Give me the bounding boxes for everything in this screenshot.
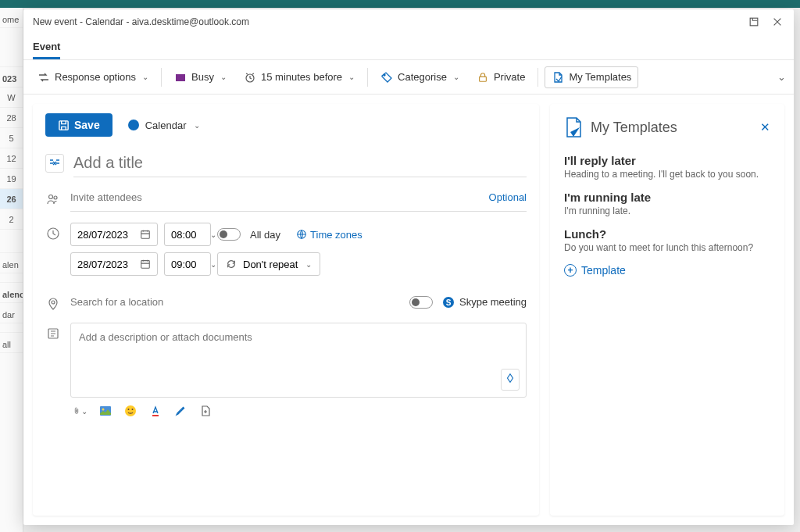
end-time-input[interactable]: ⌄ [164, 252, 211, 276]
reminder-button[interactable]: 15 minutes before ⌄ [238, 67, 361, 87]
picture-icon[interactable] [98, 404, 112, 418]
time-zones-link[interactable]: Time zones [296, 229, 362, 241]
svg-rect-11 [141, 261, 150, 269]
description-input[interactable] [79, 331, 518, 366]
svg-point-7 [54, 196, 57, 199]
globe-icon [296, 229, 307, 240]
start-date-value[interactable] [77, 229, 134, 241]
bg-d: 12 [0, 148, 23, 169]
emoji-icon[interactable] [123, 404, 138, 418]
templates-title: My Templates [591, 120, 752, 136]
end-date-input[interactable] [70, 252, 158, 276]
bg-text: all [0, 333, 23, 353]
tab-event[interactable]: Event [33, 34, 60, 59]
svg-rect-9 [141, 231, 150, 239]
calendar-color-dot [128, 120, 139, 130]
dialog-title-text: New event - Calendar - aiva.desktime@out… [33, 16, 747, 27]
insert-icon[interactable] [198, 404, 212, 418]
template-item[interactable]: Lunch? Do you want to meet for lunch thi… [564, 227, 770, 253]
template-item[interactable]: I'll reply later Heading to a meeting. I… [564, 154, 770, 180]
svg-rect-5 [59, 120, 68, 129]
categorise-label: Categorise [398, 71, 447, 83]
response-options-button[interactable]: Response options ⌄ [31, 67, 155, 87]
start-date-input[interactable] [70, 223, 158, 246]
template-item[interactable]: I'm running late I'm running late. [564, 191, 770, 216]
template-item-body: Heading to a meeting. I'll get back to y… [564, 169, 770, 180]
calendar-name: Calendar [145, 120, 187, 131]
end-time-value[interactable] [171, 259, 202, 270]
title-icon[interactable] [45, 154, 64, 173]
svg-point-19 [128, 409, 130, 410]
template-item-body: I'm running late. [564, 205, 770, 216]
template-item-title: I'm running late [564, 191, 770, 204]
response-options-label: Response options [55, 71, 136, 83]
highlight-icon[interactable] [173, 404, 188, 418]
location-input[interactable] [70, 293, 400, 311]
description-icon [45, 326, 61, 341]
attach-icon[interactable]: ⌄ [73, 404, 88, 418]
lock-icon [477, 71, 489, 84]
busy-status-button[interactable]: Busy ⌄ [168, 67, 233, 87]
svg-rect-1 [176, 74, 185, 81]
alarm-icon [244, 71, 256, 84]
background-sidebar: ome 023 W 28 5 12 19 26 2 alen alenc dar… [0, 8, 23, 532]
private-label: Private [494, 71, 525, 83]
bg-w: W [0, 87, 23, 108]
editor-actions: ⌄ [70, 398, 527, 418]
template-item-title: Lunch? [564, 227, 770, 241]
bg-text: alen [0, 253, 23, 273]
svg-point-20 [132, 409, 134, 410]
start-time-value[interactable] [171, 229, 202, 241]
calendar-icon [140, 259, 151, 270]
new-event-dialog: New event - Calendar - aiva.desktime@out… [23, 9, 794, 525]
svg-rect-4 [480, 77, 487, 81]
popout-icon[interactable] [747, 15, 761, 29]
save-button[interactable]: Save [45, 113, 112, 137]
private-button[interactable]: Private [470, 67, 531, 87]
all-day-toggle[interactable] [217, 228, 241, 241]
save-label: Save [74, 119, 100, 131]
end-date-value[interactable] [77, 259, 134, 270]
template-item-body: Do you want to meet for lunch this after… [564, 242, 770, 253]
templates-panel: My Templates ✕ I'll reply later Heading … [550, 104, 784, 516]
svg-point-6 [49, 195, 53, 199]
svg-point-17 [102, 409, 105, 411]
bg-year: 023 [0, 67, 23, 87]
chevron-down-icon: ⌄ [142, 73, 148, 81]
close-icon[interactable] [770, 15, 784, 29]
repeat-select[interactable]: Don't repeat ⌄ [217, 252, 320, 276]
title-input[interactable] [73, 152, 527, 177]
toolbar-overflow-icon[interactable]: ⌄ [777, 71, 786, 83]
busy-icon [174, 71, 187, 84]
add-template-button[interactable]: + Template [564, 264, 770, 277]
my-templates-button[interactable]: My Templates [545, 66, 638, 88]
bg-text: alenc [0, 283, 23, 303]
start-time-input[interactable]: ⌄ [164, 223, 211, 246]
svg-point-12 [52, 301, 55, 304]
plus-icon: + [564, 264, 577, 277]
bg-d: 2 [0, 209, 23, 230]
bg-d: 28 [0, 108, 23, 128]
my-templates-label: My Templates [569, 71, 631, 83]
bg-text: dar [0, 303, 23, 323]
toolbar: Response options ⌄ Busy ⌄ 15 minutes bef… [23, 60, 794, 95]
optional-link[interactable]: Optional [489, 191, 527, 203]
chevron-down-icon: ⌄ [348, 73, 355, 81]
description-box [70, 323, 527, 398]
categorise-button[interactable]: Categorise ⌄ [374, 67, 466, 87]
calendar-picker[interactable]: Calendar ⌄ [128, 120, 201, 131]
skype-toggle[interactable] [409, 296, 433, 309]
repeat-label: Don't repeat [243, 259, 298, 270]
svg-rect-0 [750, 18, 758, 26]
repeat-icon [226, 259, 237, 270]
templates-close-icon[interactable]: ✕ [760, 120, 770, 134]
reminder-label: 15 minutes before [261, 71, 342, 83]
skype-meeting-label: S Skype meeting [442, 296, 527, 309]
dialog-titlebar: New event - Calendar - aiva.desktime@out… [23, 9, 794, 34]
svg-point-3 [384, 74, 385, 76]
bg-d: 26 [0, 189, 23, 209]
attendees-input[interactable] [70, 188, 489, 206]
font-color-icon[interactable] [148, 404, 162, 418]
editor-expand-icon[interactable] [501, 369, 520, 391]
template-item-title: I'll reply later [564, 154, 770, 167]
